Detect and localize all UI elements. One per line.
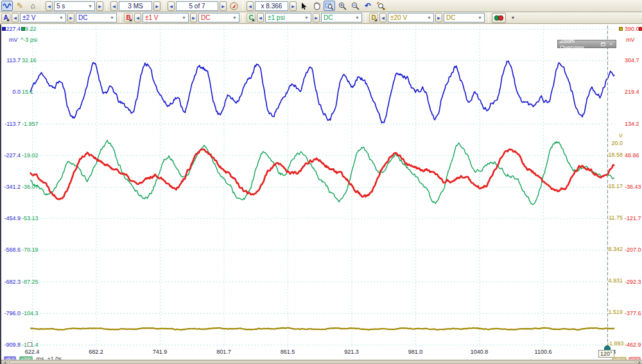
axis-tick-label: -104.3 xyxy=(22,310,41,316)
channel-a-range-select[interactable]: ±2 V▼ xyxy=(20,13,66,22)
axis-tick-label: 219.4 xyxy=(625,89,642,95)
trigger-markers-button[interactable] xyxy=(492,13,506,23)
axis-tick-label: -568.6 xyxy=(1,247,21,253)
channel-c-range-down-button[interactable]: ◀ xyxy=(257,13,264,22)
axis-tick-label: -227.4 xyxy=(1,152,21,159)
scope-graph-panel[interactable]: 227.4113.70.0-113.7-227.4-341.2-454.9-56… xyxy=(0,24,642,364)
axis-tick-label: -1.957 xyxy=(22,121,41,127)
chevron-down-icon: ▼ xyxy=(478,15,482,20)
x-axis-tick-label: 741.9 xyxy=(144,349,176,355)
time-ruler-handle[interactable] xyxy=(28,342,32,347)
chevron-down-icon: ▼ xyxy=(511,15,516,20)
channel-c-menu-button[interactable]: C xyxy=(247,13,256,22)
buffer-field[interactable]: 5 of 7 xyxy=(176,1,218,11)
axis-tick-label: -377.6 xyxy=(625,310,642,316)
buffer-prev-button[interactable]: ◀ xyxy=(168,1,175,11)
axis-tick-label: 15.1 xyxy=(22,89,41,95)
channel-d-coupling-value: DC xyxy=(446,14,476,21)
channel-d-axis-handle[interactable] xyxy=(619,27,623,31)
channel-b-coupling-select[interactable]: DC▼ xyxy=(198,13,239,22)
undo-zoom-button[interactable]: ↶ xyxy=(362,1,374,11)
zoom-increase-button[interactable]: ▶ xyxy=(290,1,297,11)
zoom-overview-title: Zoom Overview xyxy=(560,38,598,51)
axis-tick-label: -70.19 xyxy=(22,247,41,253)
channel-b-menu-button[interactable]: B xyxy=(124,13,133,22)
trigger-dropdown-button[interactable]: ▼ xyxy=(507,13,519,23)
select-tool-button[interactable] xyxy=(298,1,309,11)
channel-a-menu-button[interactable]: A xyxy=(1,13,10,22)
close-window-button[interactable]: × xyxy=(608,41,614,47)
x-axis-tick-label: 1100.6 xyxy=(527,349,559,355)
signal-generator-button[interactable]: ✎ xyxy=(14,1,26,11)
axis-tick-label: 134.2 xyxy=(625,121,642,127)
channel-a-coupling-value: DC xyxy=(78,14,108,21)
axis-tick-label: 113.7 xyxy=(1,57,21,64)
scope-mode-button[interactable] xyxy=(1,1,13,11)
samples-decrease-button[interactable]: ◀ xyxy=(110,1,117,11)
marquee-zoom-icon xyxy=(325,2,334,10)
right-axis-unit: mV xyxy=(626,37,635,43)
zoom-overview-titlebar[interactable]: Zoom Overview × xyxy=(557,40,616,48)
timebase-prev-button[interactable]: ◀ xyxy=(46,1,53,11)
zoom-factor-field[interactable]: x 8.366 xyxy=(255,1,288,11)
toolbar-separator xyxy=(164,1,164,10)
channel-c-axis-handle[interactable] xyxy=(21,27,25,31)
scroll-right-button[interactable]: ▶ xyxy=(636,360,642,364)
channel-a-coupling-select[interactable]: DC▼ xyxy=(76,13,117,22)
home-icon: ⌂ xyxy=(30,1,35,10)
axis-tick-label: 48.86 xyxy=(625,152,642,159)
channel-d-range-select[interactable]: ±20 V▼ xyxy=(388,13,434,22)
channel-b-range-value: ±1 V xyxy=(145,14,180,21)
samples-field[interactable]: 3 MS xyxy=(119,1,152,11)
timebase-next-button[interactable]: ▶ xyxy=(96,1,103,11)
x-axis-tick-label: 1040.8 xyxy=(464,349,496,355)
zoom-decrease-button[interactable]: ◀ xyxy=(247,1,254,11)
channel-c-range-up-button[interactable]: ▶ xyxy=(313,13,320,22)
axis-tick-label: -909.8 xyxy=(1,342,21,348)
channel-b-label: B xyxy=(126,14,130,21)
axis-tick-label: 32.16 xyxy=(22,57,41,64)
zoom-region-tool-button[interactable] xyxy=(324,1,335,11)
channel-c-label: C xyxy=(248,14,253,21)
axis-tick-label: -19.02 xyxy=(22,152,41,159)
zoom-full-icon xyxy=(377,2,385,10)
channel-d-menu-button[interactable]: D xyxy=(369,13,378,22)
timebase-select[interactable]: 5 s ▼ xyxy=(54,1,95,11)
channel-b-range-up-button[interactable]: ▶ xyxy=(190,13,197,22)
home-button[interactable]: ⌂ xyxy=(27,1,39,11)
x-axis-tick-label: 981.0 xyxy=(399,349,431,355)
samples-increase-button[interactable]: ▶ xyxy=(153,1,160,11)
axis-max-label: 20.0 xyxy=(610,140,623,146)
zoom-out-tool-button[interactable] xyxy=(349,1,361,11)
trace-channel-B xyxy=(30,150,614,200)
channel-d-range-up-button[interactable]: ▶ xyxy=(435,13,442,22)
axis-tick-label: -36.07 xyxy=(22,184,41,190)
channel-b-range-select[interactable]: ±1 V▼ xyxy=(143,13,189,22)
channel-c-coupling-select[interactable]: DC▼ xyxy=(321,13,362,22)
x-axis-tick-label: 921.3 xyxy=(336,349,368,355)
x-axis-tick-label: 622.4 xyxy=(16,349,48,355)
channel-d-coupling-select[interactable]: DC▼ xyxy=(444,13,485,22)
scrollbar-thumb[interactable] xyxy=(9,360,636,364)
pan-tool-button[interactable] xyxy=(311,1,322,11)
axis-tick-label: 15.17 xyxy=(607,183,623,189)
trace-channel-C xyxy=(30,141,614,205)
chevron-down-icon: ▼ xyxy=(304,15,309,20)
scroll-left-button[interactable]: ◀ xyxy=(1,360,8,364)
channel-d-range-down-button[interactable]: ◀ xyxy=(379,13,386,22)
zoom-in-tool-button[interactable] xyxy=(336,1,348,11)
channel-b-range-down-button[interactable]: ◀ xyxy=(134,13,141,22)
zoom-full-button[interactable] xyxy=(375,1,386,11)
channel-a-range-down-button[interactable]: ◀ xyxy=(12,13,19,22)
buffer-next-button[interactable]: ▶ xyxy=(220,1,227,11)
horizontal-scrollbar[interactable]: ◀ ▶ xyxy=(1,360,642,364)
zoom-out-icon xyxy=(351,2,360,10)
channel-c-range-select[interactable]: ±1 psi▼ xyxy=(265,13,311,22)
channel-b-axis-handle[interactable] xyxy=(639,27,642,31)
toolbar-separator xyxy=(107,1,107,10)
restore-window-button[interactable] xyxy=(600,41,606,47)
channel-a-axis-handle[interactable] xyxy=(2,27,6,31)
channel-a-range-up-button[interactable]: ▶ xyxy=(67,13,74,22)
axis-tick-label: 18.58 xyxy=(607,152,623,158)
buffer-navigator-button[interactable] xyxy=(228,1,239,11)
